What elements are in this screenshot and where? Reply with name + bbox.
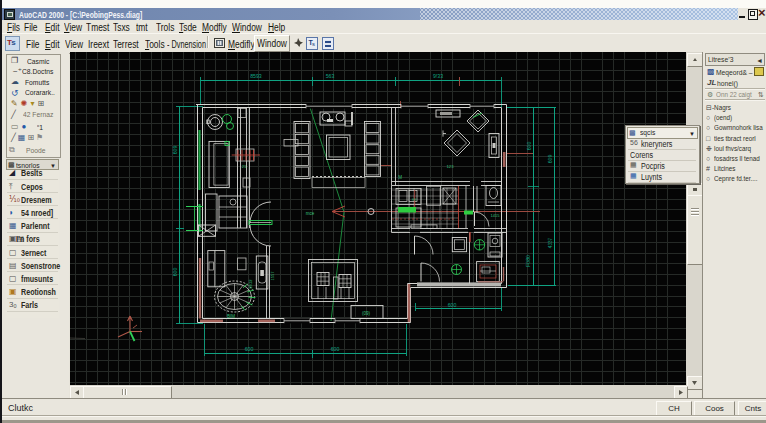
svg-text:21: 21	[242, 164, 247, 169]
svg-text:BIM: BIM	[227, 314, 235, 319]
svg-text:M: M	[398, 175, 402, 180]
svg-text:(09): (09)	[362, 311, 371, 316]
svg-text:mce: mce	[306, 211, 315, 216]
svg-text:600: 600	[331, 346, 340, 352]
svg-text:600: 600	[245, 346, 254, 352]
svg-text:4337: 4337	[548, 237, 553, 248]
svg-text:563: 563	[326, 73, 335, 79]
svg-text:8593: 8593	[250, 73, 262, 79]
svg-text:ΞΞ: ΞΞ	[411, 197, 417, 202]
svg-text:600: 600	[448, 302, 457, 308]
svg-text:EIO2: EIO2	[248, 279, 253, 289]
svg-text:1557: 1557	[270, 271, 275, 281]
svg-text:1415: 1415	[491, 213, 501, 218]
svg-text:600: 600	[526, 142, 532, 151]
svg-text:123: 123	[447, 164, 455, 169]
svg-text:609: 609	[547, 155, 553, 164]
svg-text:9!33: 9!33	[433, 73, 443, 79]
svg-text:609: 609	[172, 146, 178, 155]
svg-text:F080: F080	[525, 255, 531, 267]
svg-text:600: 600	[172, 268, 178, 277]
